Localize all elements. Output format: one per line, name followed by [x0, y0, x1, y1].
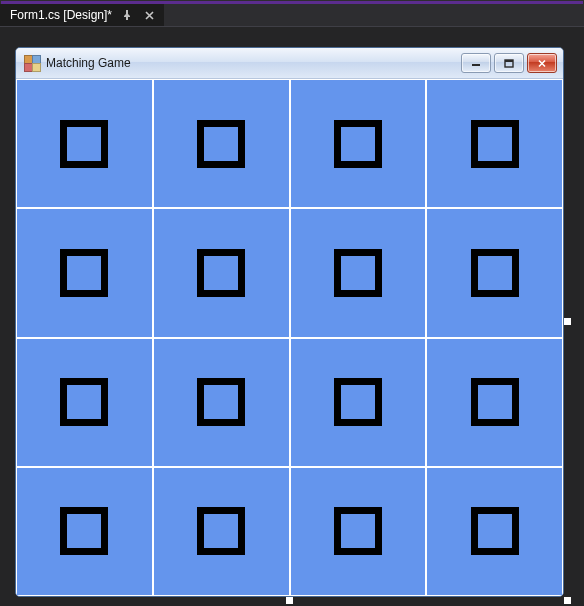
resize-handle-right[interactable]	[564, 318, 571, 325]
square-icon	[334, 507, 382, 555]
resize-handle-bottom[interactable]	[286, 597, 293, 604]
document-tab-strip: Form1.cs [Design]*	[0, 4, 584, 26]
grid-cell[interactable]	[153, 467, 290, 596]
square-icon	[471, 120, 519, 168]
close-button[interactable]	[527, 53, 557, 73]
svg-rect-0	[472, 64, 480, 66]
windows-form[interactable]: Matching Game	[15, 47, 564, 597]
resize-handle-corner[interactable]	[564, 597, 571, 604]
square-icon	[60, 507, 108, 555]
minimize-button[interactable]	[461, 53, 491, 73]
square-icon	[471, 249, 519, 297]
square-icon	[471, 507, 519, 555]
square-icon	[197, 378, 245, 426]
tab-label: Form1.cs [Design]*	[10, 8, 112, 22]
grid-cell[interactable]	[16, 208, 153, 337]
square-icon	[334, 120, 382, 168]
square-icon	[197, 249, 245, 297]
grid-cell[interactable]	[290, 79, 427, 208]
game-grid	[16, 79, 563, 596]
svg-rect-2	[505, 60, 513, 62]
document-tab[interactable]: Form1.cs [Design]*	[0, 4, 164, 26]
grid-cell[interactable]	[153, 338, 290, 467]
form-title: Matching Game	[46, 56, 455, 70]
grid-cell[interactable]	[426, 338, 563, 467]
grid-cell[interactable]	[426, 79, 563, 208]
form-titlebar[interactable]: Matching Game	[16, 48, 563, 79]
grid-cell[interactable]	[290, 208, 427, 337]
form-icon	[24, 55, 40, 71]
pin-icon[interactable]	[120, 8, 134, 22]
grid-cell[interactable]	[426, 467, 563, 596]
square-icon	[334, 249, 382, 297]
grid-cell[interactable]	[153, 79, 290, 208]
square-icon	[197, 507, 245, 555]
close-icon[interactable]	[142, 8, 156, 22]
form-client-area	[16, 79, 563, 596]
maximize-button[interactable]	[494, 53, 524, 73]
square-icon	[334, 378, 382, 426]
grid-cell[interactable]	[16, 79, 153, 208]
grid-cell[interactable]	[290, 467, 427, 596]
grid-cell[interactable]	[290, 338, 427, 467]
grid-cell[interactable]	[16, 467, 153, 596]
designer-surface[interactable]: Matching Game	[15, 47, 562, 595]
grid-cell[interactable]	[426, 208, 563, 337]
square-icon	[471, 378, 519, 426]
square-icon	[197, 120, 245, 168]
square-icon	[60, 249, 108, 297]
window-buttons	[461, 53, 557, 73]
designer-area: Matching Game	[0, 26, 584, 606]
grid-cell[interactable]	[16, 338, 153, 467]
grid-cell[interactable]	[153, 208, 290, 337]
square-icon	[60, 378, 108, 426]
square-icon	[60, 120, 108, 168]
